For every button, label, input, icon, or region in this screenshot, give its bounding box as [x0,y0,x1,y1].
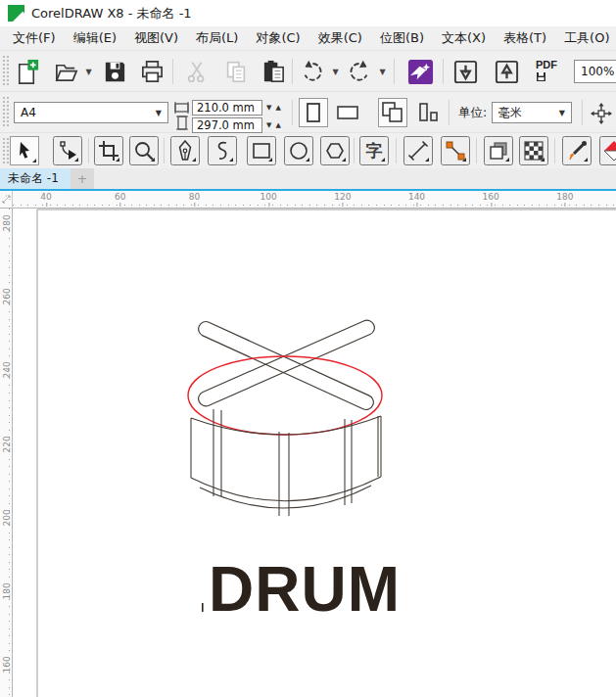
page-height-field[interactable]: 297.0 mm [192,117,262,133]
flyout-indicator-icon [116,158,119,162]
search-content-button[interactable] [403,55,437,88]
menu-item[interactable]: 工具(O) [555,26,616,50]
portrait-icon [305,102,322,123]
document-tab-active[interactable]: 未命名 -1 [0,168,71,189]
page-size-value: A4 [21,106,36,119]
ruler-tick-label: 80 [189,192,200,202]
menu-item[interactable]: 编辑(E) [65,26,125,50]
ruler-tick-label: 140 [408,192,425,202]
property-bar: A4 ▼ 210.0 mm ▼ ▲ 297.0 mm ▼ ▲ 单位: 毫米 [0,92,616,133]
toolbar-separator [292,59,293,84]
height-spinner[interactable]: ▼ ▲ [266,121,282,129]
menu-bar: 文件(F)编辑(E)视图(V)布局(L)对象(C)效果(C)位图(B)文本(X)… [0,26,616,51]
ruler-origin-icon [1,194,12,205]
menu-item[interactable]: 位图(B) [371,26,433,50]
rectangle-tool[interactable] [247,136,276,165]
polygon-tool[interactable] [320,136,350,165]
flyout-indicator-icon [462,158,466,162]
menu-item[interactable]: 对象(C) [247,26,308,50]
ruler-tick-label: 160 [483,192,499,202]
menu-item[interactable]: 文本(X) [433,26,495,50]
drum-body[interactable] [191,409,381,516]
undo-dropdown-arrow[interactable]: ▼ [329,55,342,88]
toolbar-separator [172,59,173,84]
print-icon [139,59,166,85]
vertical-ruler[interactable]: 280260240220200180160 [0,209,13,697]
ruler-origin-corner[interactable] [0,191,13,209]
drum-head-ellipse[interactable] [188,356,382,435]
chevron-down-icon: ▼ [559,109,565,117]
toolbox-separator [164,138,165,163]
all-pages-icon [381,101,404,124]
print-button[interactable] [135,55,168,88]
landscape-orientation-button[interactable] [333,98,362,127]
flyout-indicator-icon [268,158,272,162]
drumstick-shape[interactable] [196,318,376,408]
menu-item[interactable]: 文件(F) [4,26,65,50]
text-tool[interactable]: 字 [359,136,389,165]
width-spinner[interactable]: ▼ ▲ [266,104,282,112]
toolbox-separator [554,138,555,163]
toolbar-grip-handle[interactable] [2,96,11,128]
menu-item[interactable]: 效果(C) [309,26,371,50]
color-eyedropper-tool[interactable] [562,136,592,165]
corel-draw-logo-icon [8,5,24,22]
toolbar-separator [449,100,450,125]
plus-icon: + [77,171,88,186]
new-document-button[interactable] [10,55,43,88]
redo-button[interactable] [345,55,374,88]
save-button[interactable] [98,55,131,88]
units-combobox[interactable]: 毫米 ▼ [492,102,572,123]
all-pages-size-button[interactable] [378,98,407,127]
drop-shadow-tool[interactable] [484,136,513,165]
menu-item[interactable]: 布局(L) [187,26,247,50]
dimension-tool[interactable] [403,136,433,165]
paste-button[interactable] [257,55,290,88]
text-caret [202,603,204,612]
toolbox-separator [476,138,477,163]
current-page-icon [416,101,440,124]
paste-icon [261,59,287,85]
page-size-combobox[interactable]: A4 ▼ [14,102,168,123]
drum-artistic-text[interactable]: DRUM [209,554,401,625]
nudge-offset-button[interactable] [588,100,615,127]
pen-tool[interactable] [170,136,200,165]
interactive-fill-tool[interactable] [599,136,616,165]
copy-button [219,55,253,88]
crop-tool[interactable] [94,136,123,165]
publish-pdf-button[interactable]: PDF [529,55,566,88]
units-label: 单位: [458,105,487,121]
ruler-tick-label: 160 [2,661,12,674]
toolbar-separator [394,59,395,84]
zoom-tool[interactable] [129,136,159,165]
horizontal-ruler[interactable]: 406080100120140160180 [13,191,616,209]
drawing-canvas[interactable]: DRUM [13,209,616,697]
ruler-tick-label: 60 [115,192,125,202]
export-icon [494,59,520,85]
flyout-indicator-icon [541,158,545,162]
ellipse-tool[interactable] [284,136,313,165]
zoom-level-combobox[interactable]: 100% [574,60,616,83]
pick-tool[interactable] [10,136,39,165]
import-button[interactable] [449,55,482,88]
page-width-field[interactable]: 210.0 mm [192,100,262,116]
shape-tool[interactable] [53,136,82,165]
portrait-orientation-button[interactable] [299,98,328,127]
menu-item[interactable]: 视图(V) [125,26,187,50]
ruler-tick-label: 200 [2,513,12,526]
flyout-indicator-icon [306,158,309,162]
chevron-down-icon: ▼ [156,109,162,117]
current-page-size-button[interactable] [413,98,443,127]
menu-item[interactable]: 表格(T) [495,26,555,50]
zoom-level-value: 100% [581,65,614,78]
curve-tool[interactable] [208,136,237,165]
undo-button[interactable] [298,55,327,88]
export-button[interactable] [490,55,523,88]
transparency-tool[interactable] [519,136,548,165]
document-tab-label: 未命名 -1 [8,170,59,187]
new-document-tab-button[interactable]: + [71,168,94,189]
connector-tool[interactable] [441,136,470,165]
open-button[interactable] [49,55,82,88]
redo-dropdown-arrow[interactable]: ▼ [376,55,389,88]
open-dropdown-arrow[interactable]: ▼ [82,55,95,88]
